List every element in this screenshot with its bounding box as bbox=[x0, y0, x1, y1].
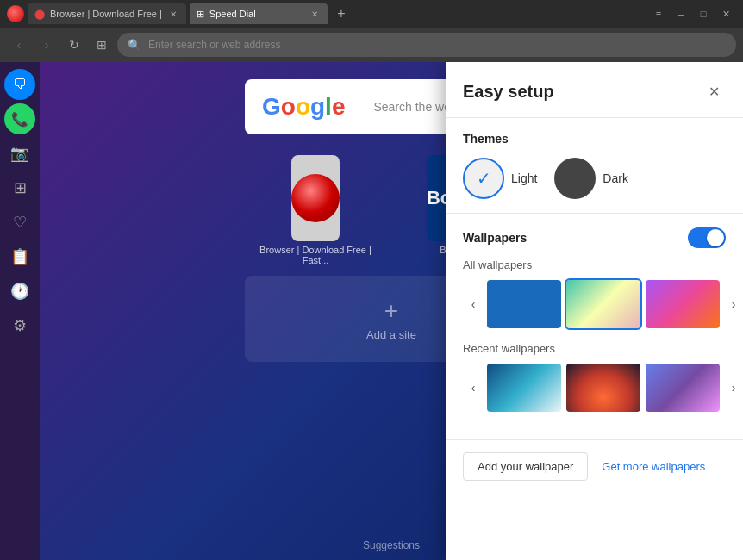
wallpapers-header: Wallpapers bbox=[463, 227, 726, 248]
dial-opera-label: Browser | Download Free | Fast... bbox=[245, 245, 386, 265]
theme-dark-circle[interactable] bbox=[554, 158, 596, 199]
panel-title: Easy setup bbox=[463, 82, 554, 102]
themes-section: Themes ✓ Light Dark bbox=[446, 118, 743, 214]
get-more-wallpapers-link[interactable]: Get more wallpapers bbox=[602, 460, 705, 473]
back-button[interactable]: ‹ bbox=[7, 33, 31, 57]
forward-button[interactable]: › bbox=[34, 33, 59, 57]
tab-1[interactable]: ⬤ Browser | Download Free | ✕ bbox=[28, 3, 186, 24]
sidebar-settings[interactable]: ⚙ bbox=[4, 310, 35, 341]
taskbar-icon[interactable]: ≡ bbox=[648, 5, 669, 22]
refresh-button[interactable]: ↻ bbox=[62, 33, 86, 57]
theme-light-label: Light bbox=[511, 171, 537, 185]
sidebar-history[interactable]: 🕐 bbox=[4, 276, 35, 307]
themes-row: ✓ Light Dark bbox=[463, 158, 726, 199]
wallpaper-teal[interactable] bbox=[487, 364, 561, 412]
all-wallpapers-row: ‹ › bbox=[463, 280, 726, 328]
sidebar: 🗨 📞 📷 ⊞ ♡ 📋 🕐 ⚙ bbox=[0, 62, 40, 560]
recent-wallpapers-grid bbox=[487, 364, 720, 412]
browser-content: Google Search the web Browser | Download… bbox=[40, 62, 743, 560]
wallpaper-blue[interactable] bbox=[487, 280, 561, 328]
wallpaper-gradient2[interactable] bbox=[646, 280, 720, 328]
main-area: 🗨 📞 📷 ⊞ ♡ 📋 🕐 ⚙ Google bbox=[0, 62, 743, 560]
wallpapers-toggle[interactable] bbox=[688, 227, 726, 248]
sidebar-camera[interactable]: 📷 bbox=[4, 138, 35, 169]
tab-2-close[interactable]: ✕ bbox=[309, 8, 321, 20]
tab-1-label: Browser | Download Free | bbox=[50, 9, 162, 19]
recent-wallpapers-label: Recent wallpapers bbox=[463, 342, 726, 355]
close-button[interactable]: ✕ bbox=[715, 5, 736, 22]
all-wallpapers-label: All wallpapers bbox=[463, 258, 726, 271]
wallpapers-next-button[interactable]: › bbox=[723, 294, 743, 314]
panel-footer: Add your wallpaper Get more wallpapers bbox=[446, 440, 743, 493]
themes-title: Themes bbox=[463, 132, 726, 146]
add-tab-button[interactable]: + bbox=[331, 3, 352, 24]
wallpaper-purple-blue[interactable] bbox=[646, 364, 720, 412]
suggestions-label: Suggestions bbox=[363, 539, 420, 551]
theme-light-option[interactable]: ✓ Light bbox=[463, 158, 537, 199]
tab-1-close[interactable]: ✕ bbox=[167, 8, 179, 20]
add-site-label: Add a site bbox=[366, 328, 416, 341]
light-checkmark: ✓ bbox=[477, 168, 491, 189]
tab-2[interactable]: ⊞ Speed Dial ✕ bbox=[190, 3, 328, 24]
tab-2-label: Speed Dial bbox=[209, 9, 256, 19]
address-bar[interactable]: 🔍 bbox=[117, 33, 736, 57]
opera-logo bbox=[7, 5, 24, 22]
toggle-knob bbox=[707, 229, 724, 246]
recent-wallpapers-row: ‹ › bbox=[463, 364, 726, 412]
dial-opera[interactable] bbox=[291, 155, 340, 241]
nav-bar: ‹ › ↻ ⊞ 🔍 bbox=[0, 28, 743, 62]
sidebar-notes[interactable]: 📋 bbox=[4, 241, 35, 272]
panel-header: Easy setup ✕ bbox=[446, 62, 743, 118]
google-logo: Google bbox=[262, 93, 345, 121]
tabs-button[interactable]: ⊞ bbox=[90, 33, 114, 57]
all-wallpapers-grid bbox=[487, 280, 720, 328]
wallpapers-section: Wallpapers All wallpapers ‹ › bbox=[446, 214, 743, 440]
recent-prev-button[interactable]: ‹ bbox=[463, 377, 484, 398]
opera-icon bbox=[291, 174, 340, 222]
panel-close-button[interactable]: ✕ bbox=[702, 79, 726, 103]
theme-dark-label: Dark bbox=[603, 171, 628, 185]
wallpapers-prev-button[interactable]: ‹ bbox=[463, 294, 484, 314]
recent-next-button[interactable]: › bbox=[723, 377, 743, 398]
minimize-button[interactable]: – bbox=[671, 5, 691, 22]
wallpaper-sunset[interactable] bbox=[566, 364, 640, 412]
sidebar-favorites[interactable]: ♡ bbox=[4, 207, 35, 238]
sidebar-whatsapp[interactable]: 📞 bbox=[4, 103, 35, 134]
window-controls: ≡ – □ ✕ bbox=[648, 5, 736, 22]
add-wallpaper-button[interactable]: Add your wallpaper bbox=[463, 452, 588, 481]
add-plus-icon: + bbox=[384, 297, 398, 325]
address-input[interactable] bbox=[148, 39, 726, 51]
wallpaper-gradient1[interactable] bbox=[566, 280, 640, 328]
theme-light-circle[interactable]: ✓ bbox=[463, 158, 504, 199]
sidebar-messenger[interactable]: 🗨 bbox=[4, 69, 35, 100]
wallpapers-title: Wallpapers bbox=[463, 231, 527, 245]
theme-dark-option[interactable]: Dark bbox=[554, 158, 628, 199]
sidebar-apps[interactable]: ⊞ bbox=[4, 172, 35, 203]
title-bar: ⬤ Browser | Download Free | ✕ ⊞ Speed Di… bbox=[0, 0, 743, 28]
restore-button[interactable]: □ bbox=[693, 5, 714, 22]
easy-setup-panel: Easy setup ✕ Themes ✓ Light Dark bbox=[446, 62, 743, 560]
